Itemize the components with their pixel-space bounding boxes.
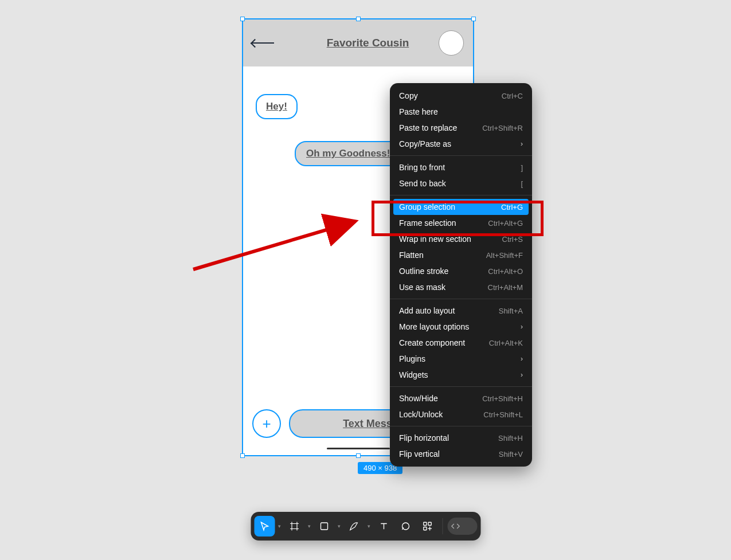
context-menu-shortcut: Ctrl+Shift+R: [482, 124, 523, 132]
context-menu-item[interactable]: More layout options›: [390, 319, 532, 335]
context-menu-shortcut: Ctrl+S: [502, 235, 523, 244]
avatar[interactable]: [439, 30, 464, 56]
context-menu-shortcut: Ctrl+Alt+G: [488, 219, 523, 228]
chevron-right-icon: ›: [515, 371, 523, 379]
chat-title: Favorite Cousin: [297, 37, 439, 49]
context-menu-item[interactable]: Bring to front]: [390, 159, 532, 175]
selection-handle[interactable]: [240, 453, 245, 458]
context-menu-label: Paste to replace: [399, 123, 457, 132]
context-menu-label: Outline stroke: [399, 267, 448, 276]
context-menu-label: Copy/Paste as: [399, 139, 451, 148]
chevron-right-icon: ›: [515, 140, 523, 148]
context-menu-label: Frame selection: [399, 218, 456, 228]
context-menu-shortcut: Ctrl+Alt+K: [489, 339, 523, 347]
context-menu-separator: [390, 195, 532, 195]
context-menu-shortcut: ]: [521, 163, 523, 172]
chevron-down-icon[interactable]: ▾: [276, 523, 283, 529]
context-menu-label: Use as mask: [399, 283, 445, 292]
svg-rect-9: [428, 522, 431, 525]
pen-tool[interactable]: [343, 516, 364, 536]
context-menu-shortcut: Ctrl+C: [502, 92, 523, 100]
selection-handle[interactable]: [356, 17, 361, 21]
context-menu-label: Flip horizontal: [399, 433, 449, 442]
context-menu-shortcut: Shift+H: [498, 434, 523, 442]
chevron-right-icon: ›: [515, 355, 523, 363]
chat-bubble-outgoing[interactable]: Oh my Goodness!: [295, 141, 401, 166]
context-menu-item[interactable]: Lock/UnlockCtrl+Shift+L: [390, 406, 532, 422]
context-menu-label: More layout options: [399, 322, 469, 331]
context-menu-shortcut: Ctrl+Alt+M: [488, 283, 523, 292]
actions-tool[interactable]: [417, 516, 437, 536]
context-menu-label: Lock/Unlock: [399, 410, 443, 419]
context-menu-label: Wrap in new section: [399, 234, 471, 244]
context-menu-shortcut: Ctrl+G: [501, 203, 523, 212]
context-menu-item[interactable]: Copy/Paste as›: [390, 136, 532, 152]
context-menu-label: Widgets: [399, 370, 428, 379]
context-menu-shortcut: Shift+A: [499, 307, 523, 315]
context-menu-label: Paste here: [399, 107, 438, 116]
context-menu-shortcut: Ctrl+Shift+L: [483, 410, 523, 419]
context-menu-separator: [390, 155, 532, 156]
context-menu-shortcut: Ctrl+Alt+O: [488, 267, 523, 276]
context-menu: CopyCtrl+CPaste herePaste to replaceCtrl…: [390, 83, 532, 467]
context-menu-label: Create component: [399, 338, 465, 347]
comment-tool[interactable]: [395, 516, 416, 536]
context-menu-item[interactable]: Send to back[: [390, 175, 532, 191]
selection-handle[interactable]: [240, 17, 245, 21]
context-menu-separator: [390, 299, 532, 299]
context-menu-item[interactable]: Widgets›: [390, 367, 532, 383]
chat-bubble-incoming[interactable]: Hey!: [256, 94, 298, 119]
context-menu-label: Send to back: [399, 179, 446, 188]
context-menu-item[interactable]: Wrap in new sectionCtrl+S: [390, 231, 532, 247]
context-menu-item[interactable]: Group selectionCtrl+G: [393, 199, 529, 215]
context-menu-item[interactable]: Outline strokeCtrl+Alt+O: [390, 263, 532, 279]
back-arrow-icon[interactable]: [252, 42, 274, 44]
context-menu-label: Show/Hide: [399, 394, 438, 403]
chevron-down-icon[interactable]: ▾: [365, 523, 372, 529]
context-menu-item[interactable]: Flip verticalShift+V: [390, 446, 532, 462]
text-tool[interactable]: [373, 516, 394, 536]
chevron-right-icon: ›: [515, 323, 523, 331]
context-menu-label: Group selection: [399, 202, 455, 212]
context-menu-shortcut: [: [521, 179, 523, 188]
context-menu-item[interactable]: Plugins›: [390, 351, 532, 367]
frame-tool[interactable]: [284, 516, 304, 536]
context-menu-separator: [390, 426, 532, 426]
context-menu-item[interactable]: Show/HideCtrl+Shift+H: [390, 390, 532, 406]
context-menu-item[interactable]: CopyCtrl+C: [390, 88, 532, 104]
context-menu-shortcut: Ctrl+Shift+H: [482, 394, 523, 403]
chevron-down-icon[interactable]: ▾: [306, 523, 312, 529]
context-menu-item[interactable]: Create componentCtrl+Alt+K: [390, 335, 532, 351]
context-menu-shortcut: Alt+Shift+F: [486, 251, 523, 260]
context-menu-label: Plugins: [399, 354, 425, 363]
add-attachment-button[interactable]: +: [252, 409, 281, 438]
context-menu-item[interactable]: FlattenAlt+Shift+F: [390, 247, 532, 263]
svg-rect-5: [320, 523, 327, 530]
context-menu-label: Add auto layout: [399, 306, 455, 315]
context-menu-item[interactable]: Use as maskCtrl+Alt+M: [390, 279, 532, 295]
context-menu-item[interactable]: Paste to replaceCtrl+Shift+R: [390, 120, 532, 136]
context-menu-shortcut: Shift+V: [499, 450, 523, 459]
selection-handle[interactable]: [471, 17, 476, 21]
context-menu-label: Bring to front: [399, 163, 445, 172]
svg-rect-8: [423, 522, 426, 525]
context-menu-label: Copy: [399, 91, 418, 100]
chat-header: Favorite Cousin: [243, 19, 473, 66]
move-tool[interactable]: [254, 516, 275, 536]
home-indicator: [327, 448, 390, 449]
context-menu-item[interactable]: Flip horizontalShift+H: [390, 430, 532, 446]
context-menu-separator: [390, 386, 532, 387]
context-menu-item[interactable]: Paste here: [390, 104, 532, 120]
dev-mode-toggle[interactable]: [447, 518, 477, 535]
context-menu-item[interactable]: Frame selectionCtrl+Alt+G: [390, 215, 532, 231]
chevron-down-icon[interactable]: ▾: [335, 523, 342, 529]
context-menu-label: Flatten: [399, 250, 424, 260]
context-menu-label: Flip vertical: [399, 449, 440, 459]
svg-rect-10: [423, 527, 426, 530]
toolbar-divider: [442, 518, 443, 534]
toolbar: ▾ ▾ ▾ ▾: [251, 512, 480, 541]
selection-handle[interactable]: [356, 453, 361, 458]
rectangle-tool[interactable]: [314, 516, 334, 536]
context-menu-item[interactable]: Add auto layoutShift+A: [390, 303, 532, 319]
